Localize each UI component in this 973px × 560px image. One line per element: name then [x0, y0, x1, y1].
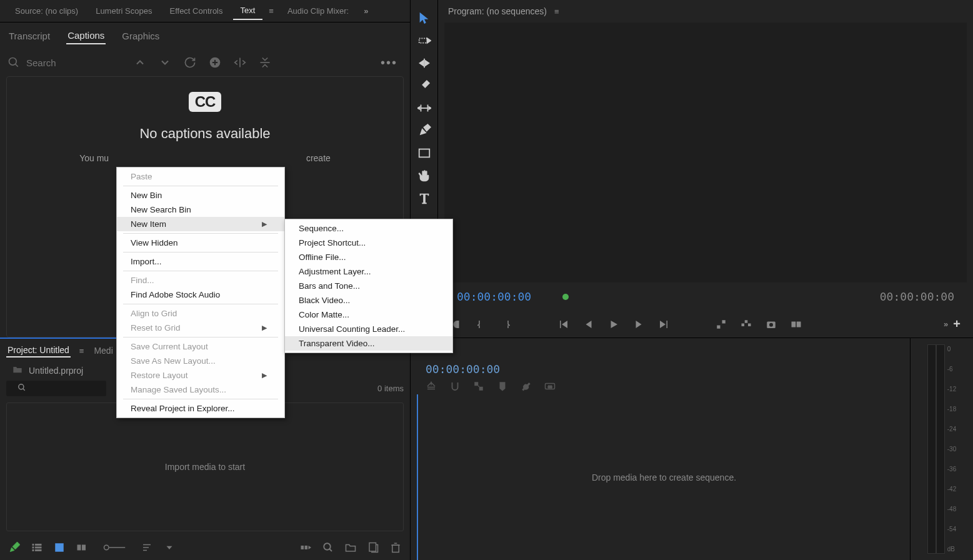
- subtab-captions[interactable]: Captions: [66, 28, 106, 44]
- menu-item[interactable]: Reveal Project in Explorer...: [117, 401, 284, 416]
- menu-item[interactable]: Bars and Tone...: [285, 279, 452, 293]
- slip-tool-icon[interactable]: [417, 101, 431, 115]
- snap-icon[interactable]: [449, 381, 461, 392]
- menu-item[interactable]: Black Video...: [285, 293, 452, 308]
- list-view-icon[interactable]: [31, 542, 42, 553]
- next-caption-icon[interactable]: [159, 56, 171, 69]
- sort-dropdown-icon[interactable]: [164, 542, 175, 553]
- refresh-icon[interactable]: [184, 56, 196, 69]
- context-submenu-new-item[interactable]: Sequence...Project Shortcut...Offline Fi…: [284, 219, 453, 353]
- menu-item[interactable]: New Search Bin: [117, 202, 284, 217]
- tab-audio-mixer[interactable]: Audio Clip Mixer:: [280, 2, 356, 19]
- menu-item[interactable]: Adjustment Layer...: [285, 264, 452, 279]
- tab-project[interactable]: Project: Untitled: [6, 344, 71, 358]
- menu-item[interactable]: Transparent Video...: [285, 336, 452, 351]
- add-caption-icon[interactable]: [209, 56, 221, 69]
- play-icon[interactable]: [608, 319, 619, 330]
- menu-item[interactable]: New Item▶: [117, 217, 284, 231]
- subtab-transcript[interactable]: Transcript: [7, 28, 51, 44]
- zoom-slider-icon[interactable]: [99, 542, 130, 553]
- menu-item: Restore Layout▶: [117, 368, 284, 382]
- project-tab-menu-icon[interactable]: ≡: [76, 346, 88, 356]
- tabs-overflow-icon[interactable]: »: [359, 6, 373, 16]
- mark-clip-icon[interactable]: [501, 319, 512, 330]
- split-caption-icon[interactable]: [234, 56, 246, 69]
- go-to-in-icon[interactable]: [558, 319, 569, 330]
- svg-marker-49: [636, 321, 642, 328]
- controls-overflow-icon[interactable]: »: [944, 319, 948, 329]
- cc-empty-title: No captions available: [139, 126, 270, 142]
- insert-mode-icon[interactable]: [426, 381, 437, 392]
- trash-icon[interactable]: [390, 542, 401, 553]
- audio-meters: 0-6-12-18-24-30-36-42-48-54dB: [911, 338, 973, 560]
- menu-item[interactable]: Import...: [117, 254, 284, 269]
- step-back-icon[interactable]: [583, 319, 594, 330]
- go-to-out-icon[interactable]: [658, 319, 669, 330]
- rectangle-tool-icon[interactable]: [417, 146, 431, 160]
- merge-caption-icon[interactable]: [259, 56, 271, 69]
- tab-menu-icon[interactable]: ≡: [265, 6, 277, 16]
- comparison-view-icon[interactable]: [791, 319, 802, 330]
- svg-line-8: [23, 389, 25, 391]
- program-tc-left[interactable]: 00:00:00:00: [457, 290, 531, 303]
- mark-out-icon[interactable]: [476, 319, 487, 330]
- tab-source[interactable]: Source: (no clips): [7, 2, 86, 19]
- linked-selection-icon[interactable]: [473, 381, 484, 392]
- freeform-view-icon[interactable]: [76, 542, 87, 553]
- context-menu-project[interactable]: PasteNew BinNew Search BinNew Item▶View …: [116, 167, 285, 418]
- subtab-graphics[interactable]: Graphics: [121, 28, 161, 44]
- svg-line-28: [329, 549, 332, 551]
- settings-icon[interactable]: [521, 381, 532, 392]
- cc-track-icon[interactable]: cc: [544, 381, 556, 392]
- program-viewer[interactable]: [444, 22, 967, 282]
- new-item-icon[interactable]: [367, 542, 379, 553]
- svg-rect-12: [35, 547, 42, 549]
- marker-icon[interactable]: [497, 381, 508, 392]
- menu-item[interactable]: Sequence...: [285, 221, 452, 236]
- tab-text[interactable]: Text: [233, 2, 263, 20]
- step-forward-icon[interactable]: [633, 319, 644, 330]
- track-select-tool-icon[interactable]: [417, 34, 431, 48]
- automate-to-sequence-icon[interactable]: [300, 542, 311, 553]
- tab-media-browser[interactable]: Medi: [92, 344, 114, 357]
- extract-icon[interactable]: [741, 319, 752, 330]
- timeline-tc[interactable]: 00:00:00:00: [411, 360, 910, 378]
- resolution-indicator-icon[interactable]: [562, 294, 569, 300]
- icon-view-icon[interactable]: [54, 542, 65, 553]
- menu-item[interactable]: Find Adobe Stock Audio: [117, 288, 284, 302]
- svg-marker-34: [427, 38, 431, 42]
- project-search-icon[interactable]: [17, 383, 26, 394]
- type-tool-icon[interactable]: [417, 191, 431, 205]
- hand-tool-icon[interactable]: [417, 169, 431, 182]
- export-frame-icon[interactable]: [766, 319, 777, 330]
- project-items-count: 0 items: [377, 384, 410, 393]
- tab-effect-controls[interactable]: Effect Controls: [162, 2, 230, 19]
- project-bin-body[interactable]: Import media to start: [6, 402, 404, 531]
- find-icon[interactable]: [322, 542, 334, 553]
- svg-point-27: [324, 543, 331, 550]
- sort-icon[interactable]: [141, 542, 152, 553]
- caption-toolbar-more-icon[interactable]: •••: [381, 56, 402, 70]
- menu-item[interactable]: Color Matte...: [285, 308, 452, 322]
- menu-item: Find...: [117, 273, 284, 288]
- program-menu-icon[interactable]: ≡: [554, 7, 559, 16]
- selection-tool-icon[interactable]: [417, 11, 431, 25]
- prev-caption-icon[interactable]: [134, 56, 146, 69]
- new-bin-icon[interactable]: [345, 542, 356, 553]
- menu-item[interactable]: View Hidden: [117, 236, 284, 250]
- search-icon[interactable]: [7, 56, 20, 69]
- svg-rect-15: [55, 543, 64, 552]
- razor-tool-icon[interactable]: [417, 79, 431, 92]
- pen-tool-icon[interactable]: [417, 124, 431, 138]
- tab-lumetri[interactable]: Lumetri Scopes: [88, 2, 159, 19]
- menu-item[interactable]: Universal Counting Leader...: [285, 322, 452, 336]
- menu-item[interactable]: Project Shortcut...: [285, 236, 452, 250]
- write-mode-icon[interactable]: [9, 542, 20, 553]
- menu-item[interactable]: New Bin: [117, 188, 284, 202]
- lift-icon[interactable]: [716, 319, 727, 330]
- search-input[interactable]: [26, 58, 95, 68]
- timeline-body[interactable]: Drop media here to create sequence.: [417, 394, 910, 560]
- button-editor-icon[interactable]: +: [953, 317, 961, 331]
- ripple-edit-tool-icon[interactable]: [417, 56, 431, 70]
- menu-item[interactable]: Offline File...: [285, 250, 452, 264]
